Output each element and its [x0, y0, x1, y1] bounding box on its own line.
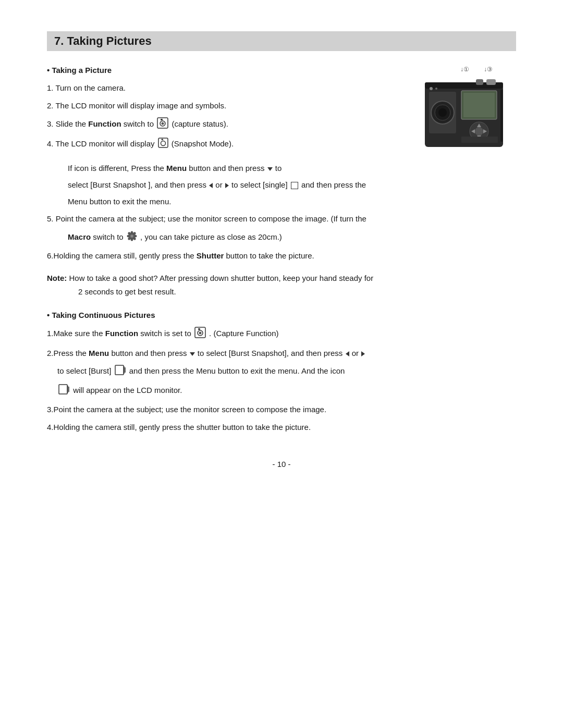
taking-continuous-subtitle: • Taking Continuous Pictures — [47, 311, 516, 319]
step-4: 4. The LCD monitor will display (Snapsho… — [47, 138, 396, 152]
taking-a-picture-subtitle: • Taking a Picture — [47, 66, 396, 75]
step-5: 5. Point the camera at the subject; use … — [47, 212, 516, 226]
svg-rect-10 — [476, 79, 483, 85]
svg-rect-23 — [500, 90, 503, 142]
capture-function-icon-2 — [194, 327, 206, 342]
svg-rect-24 — [461, 137, 498, 143]
continuous-step-4: 4.Holding the camera still, gently press… — [47, 421, 516, 434]
step-2: 2. The LCD monitor will display image an… — [47, 100, 396, 112]
conditional-text-line3: Menu button to exit the menu. — [47, 195, 516, 208]
conditional-text-line2: select [Burst Snapshot ], and then press… — [47, 179, 516, 191]
taking-continuous-section: • Taking Continuous Pictures 1.Make sure… — [47, 311, 516, 434]
capture-function-icon — [157, 117, 168, 132]
step-3: 3. Slide the Function switch to (capture… — [47, 117, 396, 132]
svg-point-14 — [438, 108, 447, 117]
instructions-col: • Taking a Picture 1. Turn on the camera… — [47, 66, 412, 157]
svg-rect-3 — [161, 119, 163, 120]
triangle-left-icon — [209, 183, 213, 188]
step-6: 6.Holding the camera still, gently press… — [47, 249, 516, 263]
note-indent: 2 seconds to get best result. — [47, 285, 516, 299]
svg-point-18 — [475, 127, 483, 135]
top-section: • Taking a Picture 1. Turn on the camera… — [47, 66, 516, 157]
continuous-step-2: 2.Press the Menu button and then press t… — [47, 347, 516, 360]
page-content: 7. Taking Pictures • Taking a Picture 1.… — [47, 31, 516, 468]
svg-rect-44 — [59, 385, 67, 394]
camera-image-col: ↓① ↓③ — [412, 66, 516, 155]
svg-point-36 — [130, 235, 133, 237]
arrow-indicators: ↓① ↓③ — [460, 66, 493, 73]
triangle-down-icon — [267, 167, 273, 171]
burst-icon-2 — [58, 384, 70, 398]
page-title-text: 7. Taking Pictures — [54, 34, 152, 47]
svg-point-26 — [435, 88, 437, 90]
svg-point-2 — [162, 122, 164, 125]
svg-point-39 — [199, 332, 201, 335]
continuous-step-2b: to select [Burst] and then press the Men… — [47, 365, 516, 379]
svg-point-25 — [430, 87, 433, 90]
burst-icon — [115, 365, 126, 379]
page-number: - 10 - — [47, 460, 516, 468]
svg-rect-16 — [463, 93, 495, 117]
step-5-macro: Macro switch to , you can take picture a… — [47, 231, 516, 245]
single-frame-icon — [291, 182, 298, 189]
note-block: Note: How to take a good shot? After pre… — [47, 272, 516, 298]
step-1: 1. Turn on the camera. — [47, 82, 396, 94]
triangle-right-icon-2 — [361, 351, 365, 356]
camera-illustration — [420, 74, 508, 155]
svg-rect-41 — [115, 365, 124, 375]
conditional-text-line1: If icon is different, Press the Menu but… — [47, 162, 516, 175]
continuous-step-2c: will appear on the LCD monitor. — [47, 384, 516, 398]
macro-flower-icon — [127, 231, 137, 245]
svg-rect-6 — [161, 139, 163, 141]
triangle-down-icon-2 — [190, 352, 195, 356]
snapshot-mode-icon — [158, 138, 168, 152]
triangle-right-icon — [225, 183, 229, 188]
section-title: 7. Taking Pictures — [47, 31, 516, 51]
continuous-step-3: 3.Point the camera at the subject; use t… — [47, 403, 516, 416]
svg-rect-40 — [198, 328, 200, 330]
svg-rect-9 — [486, 79, 496, 85]
triangle-left-icon-2 — [346, 351, 349, 356]
continuous-step-1: 1.Make sure the Function switch is set t… — [47, 327, 516, 342]
